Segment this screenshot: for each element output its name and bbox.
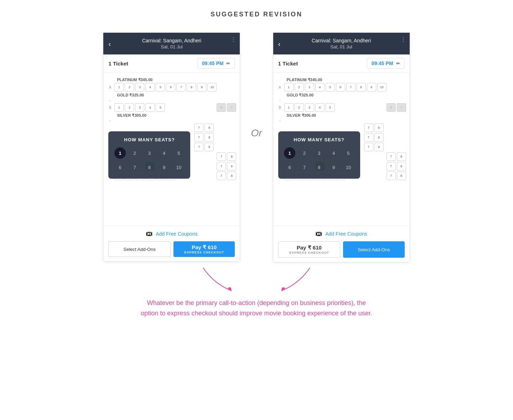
seat-ra6[interactable]: 6 bbox=[336, 83, 345, 91]
row-a-left: A 1 2 3 4 5 6 7 8 9 10 bbox=[107, 83, 236, 91]
seat-ra1[interactable]: 1 bbox=[284, 83, 294, 91]
rp-num-8[interactable]: 8 bbox=[314, 162, 325, 173]
seat-ra3[interactable]: 3 bbox=[305, 83, 314, 91]
seat-f8-left[interactable]: 8 bbox=[227, 152, 236, 161]
seat-num-9-left[interactable]: 9 bbox=[159, 162, 170, 173]
seat-rb2[interactable]: 2 bbox=[295, 103, 304, 112]
seat-g8-left[interactable]: 8 bbox=[227, 162, 236, 170]
seat-rf8[interactable]: 8 bbox=[397, 152, 406, 161]
seat-rg7[interactable]: 7 bbox=[387, 162, 396, 170]
pay-button-left[interactable]: Pay ₹ 610 EXPRESS CHECKOUT bbox=[173, 241, 235, 257]
seat-c7[interactable]: 7 bbox=[194, 124, 203, 132]
seat-num-8-left[interactable]: 8 bbox=[144, 162, 155, 173]
seat-num-7-left[interactable]: 7 bbox=[129, 162, 140, 173]
seat-num-3-left[interactable]: 3 bbox=[144, 147, 155, 159]
back-button-right[interactable]: ‹ bbox=[278, 40, 281, 48]
seat-ra9[interactable]: 9 bbox=[367, 83, 376, 91]
seat-a6-left[interactable]: 6 bbox=[166, 83, 175, 91]
seat-a5-left[interactable]: 5 bbox=[156, 83, 165, 91]
rp-num-3[interactable]: 3 bbox=[314, 147, 325, 159]
seat-rc7[interactable]: 7 bbox=[364, 124, 373, 132]
seat-rh8[interactable]: 8 bbox=[397, 172, 406, 180]
row-b-label-left: B bbox=[107, 106, 113, 110]
seat-b5-left[interactable]: 5 bbox=[156, 103, 165, 112]
time-selector-left[interactable]: 09:45 PM ✏ bbox=[197, 58, 235, 69]
seat-e7[interactable]: 7 bbox=[194, 143, 203, 151]
seat-a2-left[interactable]: 2 bbox=[125, 83, 134, 91]
seat-h7-left[interactable]: 7 bbox=[217, 172, 226, 180]
seat-rd7[interactable]: 7 bbox=[364, 133, 373, 142]
rp-num-1[interactable]: 1 bbox=[284, 147, 295, 159]
seat-num-6-left[interactable]: 6 bbox=[114, 162, 126, 173]
seat-rb1[interactable]: 1 bbox=[284, 103, 294, 112]
seat-d7[interactable]: 7 bbox=[194, 133, 203, 142]
seat-ra5[interactable]: 5 bbox=[326, 83, 335, 91]
silver-label-left: SILVER ₹305.00 bbox=[117, 113, 236, 118]
seat-num-1-left[interactable]: 1 bbox=[114, 147, 126, 159]
select-addons-button-left[interactable]: Select Add-Ons bbox=[108, 241, 171, 257]
seat-ra7[interactable]: 7 bbox=[346, 83, 356, 91]
seat-rc8[interactable]: 8 bbox=[374, 124, 384, 132]
seat-ra8[interactable]: 8 bbox=[357, 83, 366, 91]
rp-num-2[interactable]: 2 bbox=[299, 147, 310, 159]
seat-f7-left[interactable]: 7 bbox=[217, 152, 226, 161]
seat-a4-left[interactable]: 4 bbox=[145, 83, 155, 91]
popup-title-right: HOW MANY SEATS? bbox=[284, 137, 354, 142]
seat-b1-left[interactable]: 1 bbox=[114, 103, 124, 112]
seat-a1-left[interactable]: 1 bbox=[114, 83, 124, 91]
phone-left: ‹ Carnival: Sangam, Andheri Sat, 01 Jul … bbox=[103, 32, 240, 262]
seat-rh7[interactable]: 7 bbox=[387, 172, 396, 180]
seat-rb4[interactable]: 4 bbox=[315, 103, 325, 112]
seat-map-left: PLATINUM ₹345.00 A 1 2 3 4 5 6 7 8 9 10 … bbox=[103, 73, 240, 226]
rp-num-6[interactable]: 6 bbox=[284, 162, 295, 173]
row-b-left: B 1 2 3 4 5 6 7 bbox=[107, 103, 236, 112]
seat-e8[interactable]: 8 bbox=[204, 143, 214, 151]
seat-num-4-left[interactable]: 4 bbox=[159, 147, 170, 159]
seat-ra4[interactable]: 4 bbox=[315, 83, 325, 91]
select-addons-button-right[interactable]: Select Add-Ons bbox=[343, 241, 405, 258]
seat-rg8[interactable]: 8 bbox=[397, 162, 406, 170]
rp-num-4[interactable]: 4 bbox=[328, 147, 340, 159]
seat-g7-left[interactable]: 7 bbox=[217, 162, 226, 170]
pay-button-right[interactable]: Pay ₹ 610 EXPRESS CHECKOUT bbox=[278, 241, 341, 258]
ticket-label-right: Ticket bbox=[283, 61, 298, 67]
back-button-left[interactable]: ‹ bbox=[108, 40, 111, 48]
seat-num-2-left[interactable]: 2 bbox=[129, 147, 140, 159]
seat-h8-left[interactable]: 8 bbox=[227, 172, 236, 180]
phone-right-header: ‹ Carnival: Sangam, Andheri Sat, 01 Jul … bbox=[273, 33, 410, 54]
row-rd-right: 7 8 bbox=[364, 133, 406, 142]
seat-d8[interactable]: 8 bbox=[204, 133, 214, 142]
seat-b3-left[interactable]: 3 bbox=[135, 103, 144, 112]
seat-b2-left[interactable]: 2 bbox=[125, 103, 134, 112]
seat-b4-left[interactable]: 4 bbox=[145, 103, 155, 112]
seat-rf7[interactable]: 7 bbox=[387, 152, 396, 161]
seat-re7[interactable]: 7 bbox=[364, 143, 373, 151]
seat-a7-left[interactable]: 7 bbox=[176, 83, 186, 91]
seat-map-right: PLATINUM ₹345.00 A 1 2 3 4 5 6 7 8 9 10 … bbox=[273, 73, 410, 226]
seat-a9-left[interactable]: 9 bbox=[197, 83, 206, 91]
seat-rd8[interactable]: 8 bbox=[374, 133, 384, 142]
seat-a3-left[interactable]: 3 bbox=[135, 83, 144, 91]
rp-num-5[interactable]: 5 bbox=[343, 147, 354, 159]
seat-ra10[interactable]: 10 bbox=[377, 83, 387, 91]
rp-num-7[interactable]: 7 bbox=[299, 162, 310, 173]
add-free-coupons-left[interactable]: Add Free Coupons bbox=[156, 231, 198, 237]
seat-num-5-left[interactable]: 5 bbox=[173, 147, 185, 159]
phone-left-header: ‹ Carnival: Sangam, Andheri Sat, 01 Jul … bbox=[103, 33, 240, 54]
time-selector-right[interactable]: 09:45 PM ✏ bbox=[367, 58, 405, 69]
ticket-number-right: 1 bbox=[278, 61, 281, 67]
add-free-coupons-right[interactable]: Add Free Coupons bbox=[325, 231, 367, 237]
seat-num-10-left[interactable]: 10 bbox=[173, 162, 185, 173]
seat-rb3[interactable]: 3 bbox=[305, 103, 314, 112]
seat-a10-left[interactable]: 10 bbox=[207, 83, 217, 91]
seat-c8[interactable]: 8 bbox=[204, 124, 214, 132]
seat-rb6: 6 bbox=[387, 103, 396, 112]
phones-container: ‹ Carnival: Sangam, Andheri Sat, 01 Jul … bbox=[0, 32, 513, 262]
seat-a8-left[interactable]: 8 bbox=[187, 83, 196, 91]
rp-num-10[interactable]: 10 bbox=[343, 162, 354, 173]
row-dash2-right: - bbox=[277, 119, 406, 122]
seat-re8[interactable]: 8 bbox=[374, 143, 384, 151]
seat-ra2[interactable]: 2 bbox=[295, 83, 304, 91]
seat-rb5[interactable]: 5 bbox=[326, 103, 335, 112]
rp-num-9[interactable]: 9 bbox=[328, 162, 340, 173]
